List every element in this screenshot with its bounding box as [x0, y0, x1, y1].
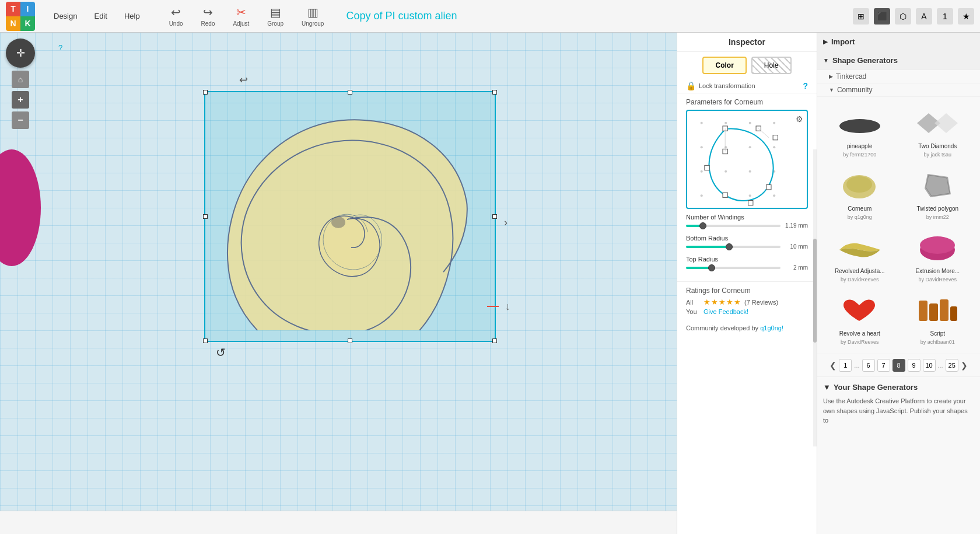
- params-section: Parameters for Corneum ⚙: [677, 93, 817, 281]
- adjust-icon: ✂: [236, 5, 246, 19]
- handle-br[interactable]: [492, 338, 497, 343]
- design-menu[interactable]: Design: [47, 8, 84, 24]
- handle-lm[interactable]: [203, 214, 208, 219]
- handle-tm[interactable]: [348, 90, 352, 95]
- handle-bl[interactable]: [203, 338, 208, 343]
- shape-author-heart: by DavidReeves: [841, 339, 879, 345]
- ratings-all-label: All: [686, 299, 701, 306]
- inspector-help-icon[interactable]: ?: [803, 81, 808, 90]
- group-button[interactable]: ▤ Group: [262, 3, 288, 29]
- undo-button[interactable]: ↩ Undo: [164, 3, 188, 29]
- community-chevron-icon: ▼: [829, 87, 834, 93]
- ratings-you-row: You Give Feedback!: [686, 308, 808, 315]
- svg-rect-22: [723, 193, 727, 197]
- help-menu[interactable]: Help: [117, 8, 147, 24]
- shape-name-twisted: Twisted polygon: [916, 205, 958, 212]
- handle-bm[interactable]: [348, 338, 352, 343]
- page-9[interactable]: 9: [908, 359, 921, 372]
- shape-author-extrusion: by DavidReeves: [918, 277, 957, 282]
- shape-generators-header[interactable]: ▼ Shape Generators: [817, 51, 980, 70]
- page-25[interactable]: 25: [946, 359, 958, 372]
- page-prev[interactable]: ❮: [830, 361, 836, 370]
- shape-item-two-diamonds[interactable]: Two Diamonds by jack tsau: [901, 103, 975, 160]
- svg-point-27: [839, 119, 880, 133]
- your-shapes-label: Your Shape Generators: [834, 383, 918, 392]
- shape-item-pineapple[interactable]: pineapple by fermtz1700: [823, 103, 897, 160]
- nav-home[interactable]: ⌂: [12, 71, 29, 88]
- page-7[interactable]: 7: [877, 359, 890, 372]
- tinkercad-label: Tinkercad: [836, 72, 866, 81]
- param-top-slider[interactable]: [686, 267, 780, 269]
- shape-generators-label: Shape Generators: [832, 56, 898, 65]
- redo-label: Redo: [201, 20, 215, 27]
- svg-rect-23: [705, 165, 709, 170]
- view-grid-icon[interactable]: ⊞: [853, 8, 869, 25]
- svg-point-5: [701, 146, 703, 148]
- shape-item-script[interactable]: Script by achtbaan01: [901, 290, 975, 348]
- view-1-icon[interactable]: 1: [937, 8, 953, 25]
- handle-tr[interactable]: [492, 90, 497, 95]
- redo-button[interactable]: ↪ Redo: [197, 3, 220, 29]
- nav-zoom-in[interactable]: +: [12, 91, 29, 109]
- shape-gen-chevron-icon: ▼: [823, 57, 829, 64]
- page-next[interactable]: ❯: [961, 361, 968, 370]
- color-button[interactable]: Color: [702, 57, 746, 74]
- shape-name-revolved: Revolved Adjusta...: [835, 268, 885, 274]
- ungroup-button[interactable]: ▥ Ungroup: [297, 3, 328, 29]
- rotate-handle[interactable]: ↺: [216, 345, 226, 360]
- nav-zoom-out[interactable]: −: [12, 111, 29, 129]
- left-nav: ✛ ⌂ + −: [6, 39, 35, 129]
- svg-point-16: [773, 194, 775, 197]
- view-star-icon[interactable]: ★: [958, 8, 974, 25]
- shape-item-corneum[interactable]: Corneum by q1g0ng: [823, 165, 897, 223]
- param-bottom-value: 10 mm: [783, 243, 808, 250]
- shape-name-corneum: Corneum: [848, 205, 872, 212]
- view-box-icon[interactable]: ⬛: [874, 8, 890, 25]
- shape-author-twisted: by imm22: [926, 214, 949, 220]
- svg-point-6: [724, 146, 727, 148]
- handle-tl[interactable]: [203, 90, 208, 95]
- page-1[interactable]: 1: [839, 359, 852, 372]
- view-hex-icon[interactable]: ⬡: [895, 8, 911, 25]
- shape-item-heart[interactable]: Revolve a heart by DavidReeves: [823, 290, 897, 348]
- community-author-link[interactable]: q1g0ng!: [760, 324, 783, 331]
- adjust-button[interactable]: ✂ Adjust: [228, 3, 254, 29]
- page-6[interactable]: 6: [862, 359, 875, 372]
- shape-container[interactable]: ↺ ↩ › ↓: [204, 91, 496, 342]
- shape-author-pineapple: by fermtz1700: [843, 152, 876, 158]
- project-title: Copy of PI custom alien: [346, 10, 457, 22]
- shape-item-twisted[interactable]: Twisted polygon by imm22: [901, 165, 975, 223]
- param-windings-value: 1.19 mm: [783, 222, 808, 229]
- svg-rect-37: [950, 306, 957, 321]
- page-10[interactable]: 10: [923, 359, 936, 372]
- param-bottom-radius: Bottom Radius 10 mm: [686, 235, 808, 250]
- nav-move[interactable]: ✛: [6, 39, 35, 68]
- view-a-icon[interactable]: A: [916, 8, 932, 25]
- community-dev-label: Community developed by: [686, 324, 758, 331]
- shape-item-revolved[interactable]: Revolved Adjusta... by DavidReeves: [823, 228, 897, 285]
- page-ellipsis-left: ...: [854, 362, 859, 369]
- param-windings-slider[interactable]: [686, 225, 780, 227]
- community-subsection[interactable]: ▼ Community: [817, 83, 980, 97]
- shape-item-extrusion[interactable]: Extrusion More... by DavidReeves: [901, 228, 975, 285]
- help-tooltip[interactable]: ?: [58, 43, 62, 52]
- ratings-title: Ratings for Corneum: [686, 287, 808, 295]
- arrow-above: ↩: [239, 74, 248, 86]
- hole-button[interactable]: Hole: [751, 57, 792, 74]
- handle-rm[interactable]: [492, 214, 497, 219]
- logo[interactable]: T I N K: [6, 2, 35, 31]
- param-bottom-slider[interactable]: [686, 246, 780, 248]
- feedback-link[interactable]: Give Feedback!: [704, 308, 748, 315]
- logo-k: K: [20, 16, 35, 31]
- tinkercad-subsection[interactable]: ▶ Tinkercad: [817, 70, 980, 83]
- ungroup-icon: ▥: [307, 5, 318, 19]
- profile-gear-icon[interactable]: ⚙: [796, 114, 803, 124]
- edit-menu[interactable]: Edit: [87, 8, 114, 24]
- import-section-header[interactable]: ▶ Import: [817, 33, 980, 51]
- page-8[interactable]: 8: [892, 359, 905, 372]
- svg-point-33: [920, 236, 955, 254]
- shape-name-two-diamonds: Two Diamonds: [918, 143, 957, 149]
- ratings-section: Ratings for Corneum All ★★★★★ (7 Reviews…: [677, 281, 817, 322]
- svg-point-2: [724, 122, 727, 124]
- shape-name-pineapple: pineapple: [847, 143, 872, 149]
